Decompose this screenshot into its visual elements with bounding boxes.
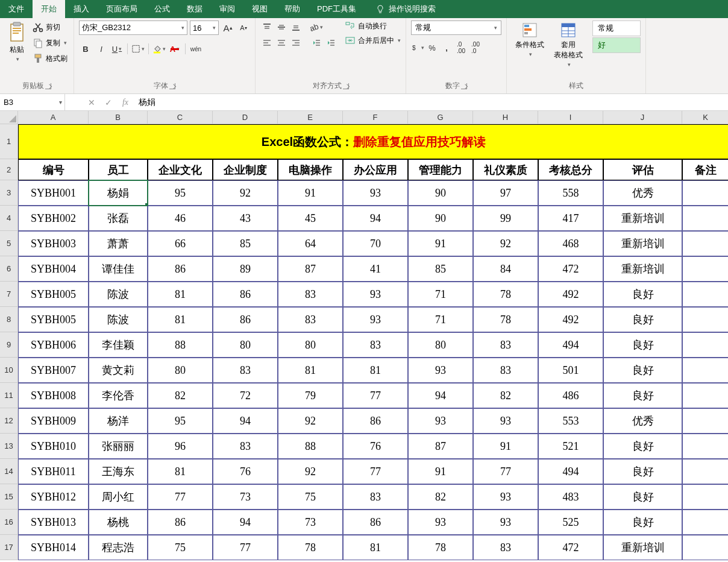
cell-I10[interactable]: 501 (538, 358, 603, 383)
cell-I9[interactable]: 494 (538, 332, 603, 358)
cell-H17[interactable]: 83 (473, 535, 538, 560)
cell-D16[interactable]: 94 (213, 510, 278, 535)
cell-C5[interactable]: 66 (148, 231, 213, 256)
style-normal[interactable]: 常规 (592, 21, 641, 36)
orientation-button[interactable]: ab▾ (310, 21, 323, 34)
cell-A15[interactable]: SYBH012 (18, 484, 89, 510)
cell-E5[interactable]: 64 (278, 231, 343, 256)
cell-E9[interactable]: 80 (278, 332, 343, 358)
cell-D3[interactable]: 92 (213, 180, 278, 206)
cell-D13[interactable]: 83 (213, 434, 278, 459)
cell-G14[interactable]: 91 (408, 459, 473, 484)
cell-A10[interactable]: SYBH007 (18, 358, 89, 383)
row-header-12[interactable]: 12 (0, 408, 18, 434)
cell-B9[interactable]: 李佳颖 (89, 332, 148, 358)
dialog-launcher-icon[interactable] (461, 83, 467, 89)
cell-D9[interactable]: 80 (213, 332, 278, 358)
column-header-F[interactable]: F (343, 111, 408, 124)
cell-G16[interactable]: 93 (408, 510, 473, 535)
cell-D11[interactable]: 72 (213, 383, 278, 408)
align-bottom-button[interactable] (289, 21, 303, 34)
row-header-13[interactable]: 13 (0, 434, 18, 459)
cell-G11[interactable]: 94 (408, 383, 473, 408)
cell-B12[interactable]: 杨洋 (89, 408, 148, 434)
cell-H11[interactable]: 82 (473, 383, 538, 408)
merge-center-button[interactable]: 合并后居中▾ (345, 35, 401, 46)
header-cell[interactable]: 员工 (89, 159, 148, 180)
cell-B16[interactable]: 杨桃 (89, 510, 148, 535)
row-header-14[interactable]: 14 (0, 459, 18, 484)
cell-B11[interactable]: 李伦香 (89, 383, 148, 408)
number-format-dropdown[interactable]: 常规▾ (411, 21, 501, 35)
cell-D10[interactable]: 83 (213, 358, 278, 383)
cell-G15[interactable]: 82 (408, 484, 473, 510)
cell-K3[interactable] (682, 180, 728, 206)
cell-C17[interactable]: 75 (148, 535, 213, 560)
cell-I11[interactable]: 486 (538, 383, 603, 408)
dialog-launcher-icon[interactable] (45, 83, 51, 89)
cell-E11[interactable]: 79 (278, 383, 343, 408)
cell-H14[interactable]: 77 (473, 459, 538, 484)
cell-C4[interactable]: 46 (148, 206, 213, 231)
cell-J13[interactable]: 良好 (603, 434, 682, 459)
cell-F7[interactable]: 93 (343, 282, 408, 307)
phonetic-button[interactable]: wén (189, 42, 202, 55)
ribbon-tab-9[interactable]: PDF工具集 (309, 0, 365, 18)
row-header-10[interactable]: 10 (0, 358, 18, 383)
formula-input[interactable]: 杨娟 (134, 94, 728, 110)
cell-G6[interactable]: 85 (408, 256, 473, 282)
cell-K12[interactable] (682, 408, 728, 434)
cell-C3[interactable]: 95 (148, 180, 213, 206)
cell-F4[interactable]: 94 (343, 206, 408, 231)
row-header-4[interactable]: 4 (0, 206, 18, 231)
row-header-11[interactable]: 11 (0, 383, 18, 408)
cell-E8[interactable]: 83 (278, 307, 343, 332)
row-header-6[interactable]: 6 (0, 256, 18, 282)
cell-A13[interactable]: SYBH010 (18, 434, 89, 459)
cell-H7[interactable]: 78 (473, 282, 538, 307)
cell-A17[interactable]: SYBH014 (18, 535, 89, 560)
cell-E15[interactable]: 75 (278, 484, 343, 510)
header-cell[interactable]: 企业制度 (213, 159, 278, 180)
dialog-launcher-icon[interactable] (169, 83, 175, 89)
row-header-17[interactable]: 17 (0, 535, 18, 560)
cell-I6[interactable]: 472 (538, 256, 603, 282)
cell-K17[interactable] (682, 535, 728, 560)
name-box[interactable]: B3 (0, 94, 65, 110)
row-header-16[interactable]: 16 (0, 510, 18, 535)
cell-A16[interactable]: SYBH013 (18, 510, 89, 535)
cell-C7[interactable]: 81 (148, 282, 213, 307)
cell-D15[interactable]: 73 (213, 484, 278, 510)
cell-C8[interactable]: 81 (148, 307, 213, 332)
ribbon-tab-8[interactable]: 帮助 (276, 0, 309, 18)
cell-G17[interactable]: 78 (408, 535, 473, 560)
cell-G7[interactable]: 71 (408, 282, 473, 307)
header-cell[interactable]: 考核总分 (538, 159, 603, 180)
paste-button[interactable]: 粘贴 ▾ (5, 21, 29, 63)
cell-F10[interactable]: 81 (343, 358, 408, 383)
cell-I13[interactable]: 521 (538, 434, 603, 459)
cell-A6[interactable]: SYBH004 (18, 256, 89, 282)
format-painter-button[interactable]: 格式刷 (31, 52, 69, 65)
cell-A7[interactable]: SYBH005 (18, 282, 89, 307)
cell-A5[interactable]: SYBH003 (18, 231, 89, 256)
cut-button[interactable]: 剪切 (31, 21, 69, 34)
header-cell[interactable]: 评估 (603, 159, 682, 180)
ribbon-tab-4[interactable]: 公式 (146, 0, 178, 18)
cell-B7[interactable]: 陈波 (89, 282, 148, 307)
cell-B14[interactable]: 王海东 (89, 459, 148, 484)
cell-E6[interactable]: 87 (278, 256, 343, 282)
ribbon-tab-5[interactable]: 数据 (178, 0, 211, 18)
column-header-A[interactable]: A (18, 111, 89, 124)
cell-K9[interactable] (682, 332, 728, 358)
cell-F16[interactable]: 86 (343, 510, 408, 535)
cell-J11[interactable]: 良好 (603, 383, 682, 408)
cell-E3[interactable]: 91 (278, 180, 343, 206)
font-color-button[interactable]: A▾ (168, 42, 181, 55)
wrap-text-button[interactable]: 自动换行 (345, 21, 401, 31)
font-name-dropdown[interactable]: 仿宋_GB2312▾ (79, 21, 187, 35)
cell-H13[interactable]: 91 (473, 434, 538, 459)
cell-I4[interactable]: 417 (538, 206, 603, 231)
header-cell[interactable]: 编号 (18, 159, 89, 180)
header-cell[interactable]: 管理能力 (408, 159, 473, 180)
